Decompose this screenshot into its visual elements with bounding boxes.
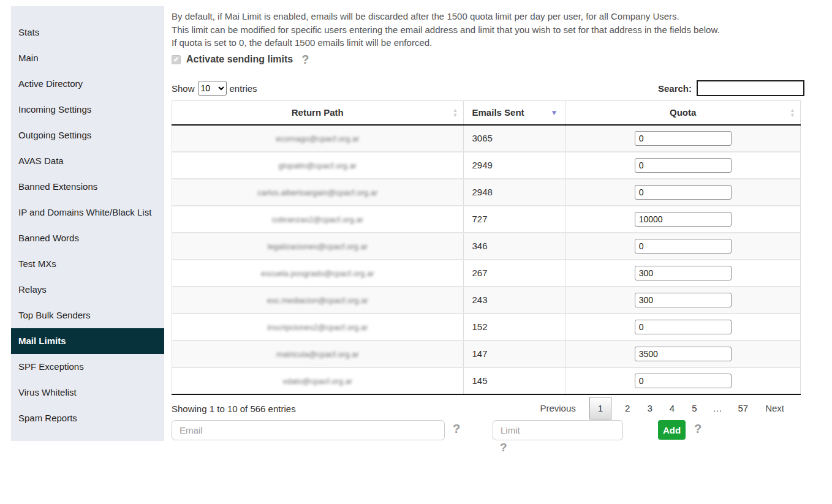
quota-cell [565,125,801,152]
activate-help-icon[interactable]: ? [301,53,309,66]
pagination-page-3[interactable]: 3 [638,403,660,413]
table-row: cobranzas2@cpacf.org.ar727 [172,206,801,233]
add-help-icon[interactable]: ? [694,423,702,435]
quota-header-label: Quota [670,107,696,118]
column-header-emails-sent[interactable]: Emails Sent ▼ [463,101,565,125]
email-field[interactable] [172,420,445,440]
table-row: ecornago@cpacf.org.ar3065 [172,125,801,152]
return-path-email: glopatin@cpacf.org.ar [279,161,357,170]
pagination-page-1[interactable]: 1 [589,397,611,419]
limit-help-icon[interactable]: ? [500,442,507,454]
sidebar-item-ip-and-domains-white-black-list[interactable]: IP and Domains White/Black List [11,200,164,225]
return-path-cell: escuela.posgrado@cpacf.org.ar [172,260,464,287]
pagination-page-5[interactable]: 5 [683,403,705,413]
return-path-email: cobranzas2@cpacf.org.ar [272,215,363,224]
table-row: matricula@cpacf.org.ar147 [172,340,801,367]
quota-input[interactable] [635,158,732,173]
mail-limits-table: Return Path ▲ ▼ Emails Sent ▼ Quota ▲ ▼ [172,100,801,395]
quota-cell [565,260,801,287]
intro-line-2: This limit can be modified for specific … [172,23,720,37]
sidebar-item-spam-reports[interactable]: Spam Reports [11,405,164,431]
emails-sent-cell: 243 [463,287,565,314]
table-row: esc.mediacion@cpacf.org.ar243 [172,287,801,314]
quota-input[interactable] [635,239,732,254]
emails-sent-cell: 2948 [463,179,565,206]
search-control: Search: [658,80,804,96]
sidebar-item-banned-extensions[interactable]: Banned Extensions [11,174,164,200]
emails-sent-cell: 3065 [463,125,565,152]
limit-field[interactable] [493,420,623,440]
intro-line-1: By default, if Mai Limit is enabled, ema… [172,10,720,23]
sidebar-item-stats[interactable]: Stats [11,20,164,45]
quota-cell [565,206,801,233]
sidebar-item-outgoing-settings[interactable]: Outgoing Settings [11,122,164,148]
sidebar-item-spf-exceptions[interactable]: SPF Exceptions [11,354,164,380]
return-path-cell: ecornago@cpacf.org.ar [172,125,464,152]
emails-sent-cell: 152 [463,314,565,340]
return-path-header-label: Return Path [292,107,344,118]
sidebar-item-relays[interactable]: Relays [11,277,164,303]
sidebar-item-banned-words[interactable]: Banned Words [11,225,164,251]
return-path-cell: vdato@cpacf.org.ar [172,367,464,394]
pagination-page-2[interactable]: 2 [616,403,638,413]
add-limit-form: ? ? Add ? [172,420,803,457]
entries-label: entries [230,83,257,94]
activate-sending-limits-row: ✔ Activate sending limits ? [172,53,309,66]
pagination-page-57[interactable]: 57 [729,403,757,413]
sidebar-nav: StatsMainActive DirectoryIncoming Settin… [11,6,164,441]
sort-icon: ▲ ▼ [790,108,795,118]
emails-sent-cell: 147 [463,340,565,367]
emails-sent-header-label: Emails Sent [472,107,524,118]
table-row: inscripciones2@cpacf.org.ar152 [172,314,801,340]
return-path-email: esc.mediacion@cpacf.org.ar [267,296,368,305]
quota-cell [565,179,801,206]
email-help-icon[interactable]: ? [453,423,460,435]
sort-desc-icon: ▼ [550,108,558,117]
return-path-email: ecornago@cpacf.org.ar [276,134,359,143]
quota-cell [565,287,801,314]
quota-input[interactable] [635,212,732,227]
column-header-quota[interactable]: Quota ▲ ▼ [565,101,801,125]
show-entries-control: Show 10 entries [172,81,257,96]
show-label: Show [172,83,195,94]
pagination-next[interactable]: Next [757,403,793,413]
column-header-return-path[interactable]: Return Path ▲ ▼ [172,101,464,125]
table-header: Return Path ▲ ▼ Emails Sent ▼ Quota ▲ ▼ [172,101,801,125]
quota-input[interactable] [635,293,732,307]
sidebar-item-incoming-settings[interactable]: Incoming Settings [11,97,164,122]
return-path-email: carlos.albertoargain@cpacf.org.ar [257,188,377,197]
sidebar-item-avas-data[interactable]: AVAS Data [11,148,164,174]
mail-limits-page: StatsMainActive DirectoryIncoming Settin… [0,0,832,504]
return-path-cell: esc.mediacion@cpacf.org.ar [172,287,464,314]
page-size-select[interactable]: 10 [198,81,227,96]
add-button[interactable]: Add [658,420,686,440]
table-row: vdato@cpacf.org.ar145 [172,367,801,394]
sort-icon: ▲ ▼ [453,108,458,118]
return-path-cell: legalizaciones@cpacf.org.ar [172,233,464,260]
quota-input[interactable] [635,185,732,200]
quota-cell [565,340,801,367]
pagination-page-4[interactable]: 4 [661,403,683,413]
return-path-cell: inscripciones2@cpacf.org.ar [172,314,464,340]
emails-sent-cell: 267 [463,260,565,287]
quota-input[interactable] [635,131,732,146]
emails-sent-cell: 2949 [463,152,565,179]
quota-input[interactable] [635,374,732,388]
quota-input[interactable] [635,266,732,280]
search-label: Search: [658,83,692,94]
sidebar-item-top-bulk-senders[interactable]: Top Bulk Senders [11,303,164,328]
sidebar-item-mail-limits[interactable]: Mail Limits [11,328,164,354]
return-path-cell: glopatin@cpacf.org.ar [172,152,464,179]
pagination-previous[interactable]: Previous [531,403,584,413]
table-row: escuela.posgrado@cpacf.org.ar267 [172,260,801,287]
return-path-cell: cobranzas2@cpacf.org.ar [172,206,464,233]
search-input[interactable] [697,80,804,96]
sidebar-item-active-directory[interactable]: Active Directory [11,71,164,97]
sidebar-item-main[interactable]: Main [11,45,164,71]
sidebar-item-test-mxs[interactable]: Test MXs [11,251,164,277]
activate-checkbox[interactable]: ✔ [172,55,181,64]
quota-input[interactable] [635,320,732,334]
quota-input[interactable] [635,347,732,361]
sidebar-item-virus-whitelist[interactable]: Virus Whitelist [11,380,164,405]
table-row: carlos.albertoargain@cpacf.org.ar2948 [172,179,801,206]
